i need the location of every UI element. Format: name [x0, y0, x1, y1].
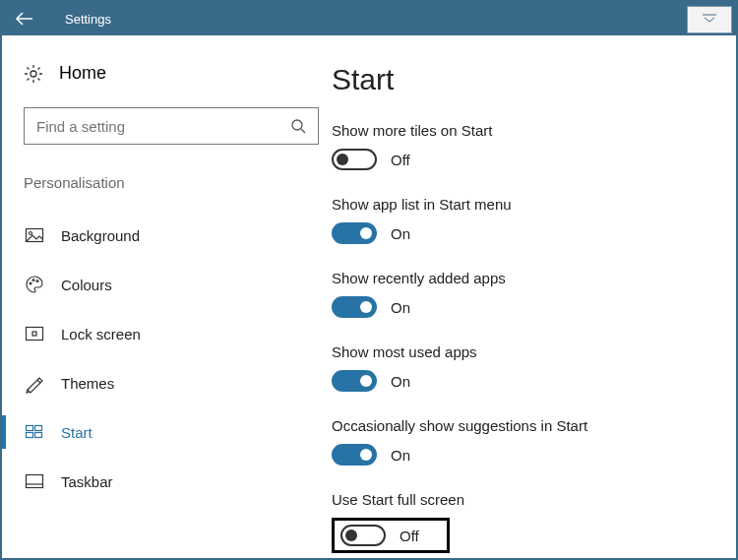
palette-icon: [26, 276, 43, 293]
svg-rect-14: [27, 433, 33, 438]
toggle-recently-added[interactable]: [332, 296, 377, 318]
highlighted-toggle-box: Off: [332, 518, 450, 553]
setting-label: Show most used apps: [332, 343, 716, 360]
svg-point-7: [30, 282, 31, 284]
svg-line-4: [301, 129, 305, 133]
home-label: Home: [59, 63, 106, 84]
sidebar-item-lockscreen[interactable]: Lock screen: [24, 309, 332, 358]
window-control-button[interactable]: [687, 6, 732, 33]
search-icon: [290, 118, 306, 134]
svg-point-6: [30, 232, 32, 235]
sidebar-item-themes[interactable]: Themes: [24, 358, 332, 407]
svg-point-3: [292, 120, 302, 130]
setting-recently-added: Show recently added apps On: [332, 270, 716, 318]
toggle-state-label: On: [391, 225, 410, 242]
setting-label: Use Start full screen: [332, 491, 716, 508]
sidebar-item-start[interactable]: Start: [24, 407, 332, 457]
search-input[interactable]: [24, 107, 319, 145]
window-title: Settings: [65, 12, 111, 27]
sidebar-item-label: Taskbar: [61, 473, 113, 490]
toggle-show-more-tiles[interactable]: [332, 149, 377, 170]
svg-rect-13: [35, 426, 42, 431]
sidebar-item-label: Start: [61, 424, 92, 441]
toggle-full-screen[interactable]: [340, 525, 386, 546]
toggle-state-label: Off: [400, 528, 419, 544]
svg-point-9: [36, 280, 38, 282]
search-input-field[interactable]: [36, 118, 290, 135]
toggle-state-label: On: [391, 373, 410, 390]
setting-suggestions: Occasionally show suggestions in Start O…: [332, 417, 716, 466]
setting-label: Occasionally show suggestions in Start: [332, 417, 716, 434]
setting-show-more-tiles: Show more tiles on Start Off: [332, 122, 716, 170]
toggle-show-app-list[interactable]: [332, 222, 377, 244]
category-label: Personalisation: [24, 174, 332, 191]
svg-point-8: [32, 280, 34, 281]
svg-rect-11: [32, 332, 36, 336]
home-button[interactable]: Home: [24, 63, 332, 84]
picture-icon: [26, 226, 43, 244]
toggle-suggestions[interactable]: [332, 444, 377, 466]
toggle-state-label: On: [391, 299, 410, 316]
back-button[interactable]: [2, 2, 47, 35]
setting-show-app-list: Show app list in Start menu On: [332, 196, 716, 244]
toggle-most-used[interactable]: [332, 370, 377, 392]
sidebar-item-label: Lock screen: [61, 326, 141, 342]
svg-rect-16: [27, 475, 43, 488]
svg-rect-12: [27, 426, 33, 431]
svg-rect-10: [27, 328, 43, 341]
nav-list: Background Colours Lock: [24, 211, 332, 506]
sidebar: Home Personalisation Background: [2, 35, 332, 558]
sidebar-item-colours[interactable]: Colours: [24, 260, 332, 309]
svg-point-2: [31, 71, 36, 77]
setting-label: Show more tiles on Start: [332, 122, 716, 139]
taskbar-icon: [26, 472, 43, 490]
main-panel: Start Show more tiles on Start Off Show …: [332, 35, 736, 558]
setting-label: Show app list in Start menu: [332, 196, 716, 213]
sidebar-item-background[interactable]: Background: [24, 211, 332, 260]
sidebar-item-taskbar[interactable]: Taskbar: [24, 457, 332, 506]
themes-icon: [26, 374, 43, 392]
start-icon: [26, 423, 43, 441]
page-title: Start: [332, 63, 716, 96]
titlebar: Settings: [2, 2, 736, 35]
toggle-state-label: On: [391, 447, 410, 464]
sidebar-item-label: Colours: [61, 277, 112, 293]
gear-icon: [24, 64, 43, 84]
setting-most-used: Show most used apps On: [332, 343, 716, 392]
lockscreen-icon: [26, 325, 43, 342]
sidebar-item-label: Themes: [61, 375, 114, 392]
svg-rect-15: [35, 433, 42, 438]
sidebar-item-label: Background: [61, 227, 140, 244]
setting-full-screen: Use Start full screen Off: [332, 491, 716, 553]
toggle-state-label: Off: [391, 152, 410, 168]
setting-label: Show recently added apps: [332, 270, 716, 286]
